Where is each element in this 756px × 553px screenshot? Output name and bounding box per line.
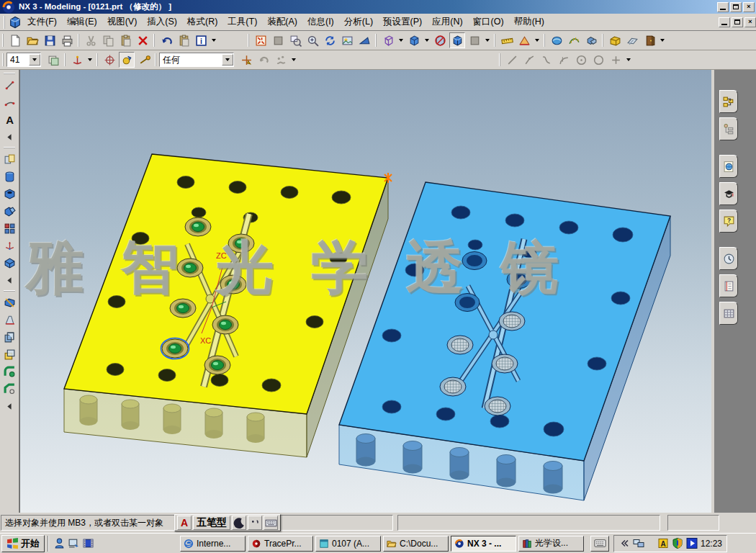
end-point-button[interactable] <box>136 52 152 68</box>
curve-polyline-button[interactable] <box>521 52 537 68</box>
restore-button[interactable] <box>730 2 742 12</box>
keyboard-layout-button[interactable] <box>590 536 609 552</box>
open-button[interactable] <box>24 32 40 48</box>
shell-button[interactable] <box>1 329 17 345</box>
point-constructor-button[interactable] <box>238 52 254 68</box>
layer-settings-button[interactable] <box>45 52 61 68</box>
sheets-button[interactable] <box>624 32 640 48</box>
blue-mold-plate[interactable] <box>339 182 670 500</box>
shield-icon[interactable] <box>672 538 683 549</box>
sketch-arc-button[interactable] <box>1 94 17 110</box>
selection-filter-dropdown[interactable]: 任何 <box>159 53 234 67</box>
ime-lang-button[interactable]: A <box>177 516 192 530</box>
menu-help[interactable]: 帮助(H) <box>509 14 549 30</box>
sketch-line-button[interactable] <box>1 77 17 93</box>
menu-information[interactable]: 信息(I) <box>302 14 339 30</box>
instance-button[interactable] <box>1 220 17 236</box>
menu-window[interactable]: 窗口(O) <box>468 14 509 30</box>
curve-point-button[interactable] <box>608 52 624 68</box>
menu-assemblies[interactable]: 装配(A) <box>262 14 302 30</box>
zoom-box-button[interactable] <box>287 32 303 48</box>
menu-format[interactable]: 格式(R) <box>182 14 222 30</box>
datum-plane-button[interactable] <box>1 151 17 167</box>
more-features-button[interactable] <box>1 272 17 288</box>
network-icon[interactable] <box>633 538 644 549</box>
alarm-icon[interactable]: A <box>657 538 669 549</box>
history-tab[interactable] <box>719 247 738 270</box>
studio-button[interactable] <box>467 32 482 48</box>
toolbar-overflow-icon[interactable] <box>212 39 216 42</box>
menu-grip[interactable] <box>4 16 6 29</box>
ime-punct-button[interactable] <box>248 516 262 530</box>
curve-analysis-button[interactable] <box>566 32 582 48</box>
trim-body-button[interactable] <box>1 295 17 310</box>
menu-preferences[interactable]: 预设置(P) <box>378 14 427 30</box>
wcs-dynamics-button[interactable] <box>69 52 85 68</box>
undo-selection-button[interactable] <box>256 52 271 68</box>
curve-arc-button[interactable] <box>556 52 572 68</box>
quicklaunch-messenger[interactable] <box>52 536 66 551</box>
curve-circle-center-button[interactable] <box>573 52 589 68</box>
training-tab[interactable] <box>719 182 738 205</box>
layer-dropdown[interactable]: 41 <box>6 53 41 67</box>
delete-button[interactable] <box>135 32 150 48</box>
part-navigator-tab[interactable] <box>719 117 738 140</box>
task-tracepro[interactable]: TracePr... <box>248 536 313 552</box>
assembly-navigator-tab[interactable] <box>719 90 738 113</box>
edge-blend-button[interactable] <box>1 364 17 379</box>
wireframe-button[interactable] <box>380 32 396 48</box>
task-internet-explorer[interactable]: Interne... <box>180 536 246 552</box>
child-minimize-button[interactable] <box>719 17 730 27</box>
undo-button[interactable] <box>158 32 174 48</box>
perspective-button[interactable] <box>356 32 372 48</box>
measure-angle-button[interactable] <box>516 32 532 48</box>
snapshot-button[interactable] <box>339 32 355 48</box>
block-button[interactable] <box>1 255 17 271</box>
child-close-button[interactable]: × <box>744 17 756 27</box>
tray-expand-button[interactable] <box>618 538 630 549</box>
menu-tools[interactable]: 工具(T) <box>222 14 262 30</box>
hole-button[interactable] <box>1 186 17 202</box>
table-tab[interactable] <box>719 302 738 325</box>
zoom-button[interactable] <box>305 32 320 48</box>
help-tab[interactable]: ? <box>719 210 738 233</box>
new-button[interactable] <box>7 32 23 48</box>
curve-circle-button[interactable] <box>590 52 606 68</box>
chamfer-button[interactable] <box>1 381 17 397</box>
exit-button[interactable] <box>642 32 657 48</box>
csys-button[interactable] <box>1 238 17 253</box>
cut-button[interactable] <box>83 32 99 48</box>
task-0107[interactable]: 0107 (A... <box>315 536 381 552</box>
menu-edit[interactable]: 编辑(E) <box>62 14 102 30</box>
snap-point-button[interactable] <box>119 52 135 68</box>
save-button[interactable] <box>42 32 58 48</box>
measure-distance-button[interactable] <box>499 32 515 48</box>
player-icon[interactable] <box>686 538 698 549</box>
task-explorer-folder[interactable]: C:\Docu... <box>383 536 449 552</box>
web-browser-tab[interactable] <box>719 155 738 178</box>
ime-softkbd-button[interactable] <box>264 516 278 530</box>
fit-view-button[interactable] <box>253 32 269 48</box>
minimize-button[interactable] <box>717 2 729 12</box>
ime-language-bar[interactable]: A 五笔型 <box>174 514 281 531</box>
menu-application[interactable]: 应用(N) <box>427 14 467 30</box>
more-ops-button[interactable] <box>1 398 17 414</box>
close-button[interactable]: × <box>743 2 755 12</box>
start-button[interactable]: 开始 <box>1 535 45 552</box>
ime-fullhalf-button[interactable] <box>232 516 246 530</box>
paste-button[interactable] <box>117 32 133 48</box>
menu-analysis[interactable]: 分析(L) <box>339 14 378 30</box>
face-analysis-button[interactable] <box>549 32 564 48</box>
offset-button[interactable] <box>1 346 17 362</box>
quicklaunch-media-player[interactable] <box>81 536 95 551</box>
shaded-button[interactable] <box>449 32 465 48</box>
point-dialog-button[interactable] <box>102 52 117 68</box>
regenerate-button[interactable] <box>270 32 286 48</box>
text-button[interactable]: A <box>1 112 17 127</box>
graphics-viewport[interactable]: ZC XC <box>19 70 711 513</box>
unite-button[interactable] <box>1 203 17 219</box>
more-curves-button[interactable] <box>1 129 17 145</box>
menu-insert[interactable]: 插入(S) <box>142 14 182 30</box>
shaded-wireframe-button[interactable] <box>406 32 422 48</box>
ime-method-button[interactable]: 五笔型 <box>193 516 230 530</box>
